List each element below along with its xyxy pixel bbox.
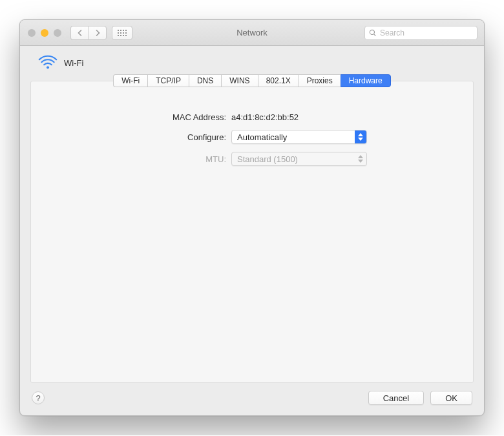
footer: ? Cancel OK (20, 391, 484, 415)
help-button[interactable]: ? (32, 391, 45, 404)
form-area: MAC Address: a4:d1:8c:d2:bb:52 Configure… (31, 112, 473, 166)
mac-address-value: a4:d1:8c:d2:bb:52 (231, 112, 380, 122)
tab-bar: Wi-Fi TCP/IP DNS WINS 802.1X Proxies Har… (20, 74, 484, 87)
cancel-button[interactable]: Cancel (368, 391, 424, 405)
mtu-select-value: Standard (1500) (232, 154, 355, 164)
chevron-left-icon (77, 30, 83, 36)
chevron-right-icon (95, 30, 101, 36)
mac-address-label: MAC Address: (31, 112, 226, 122)
show-all-button[interactable] (112, 26, 132, 40)
forward-button[interactable] (89, 26, 107, 40)
titlebar: Network (20, 20, 484, 46)
mac-address-row: MAC Address: a4:d1:8c:d2:bb:52 (31, 112, 473, 122)
tab-tcpip[interactable]: TCP/IP (147, 74, 189, 87)
hardware-panel: MAC Address: a4:d1:8c:d2:bb:52 Configure… (30, 81, 474, 383)
updown-arrows-icon (355, 152, 366, 165)
nav-buttons (70, 26, 107, 40)
grid-icon (118, 30, 127, 36)
traffic-lights (26, 29, 61, 37)
back-button[interactable] (70, 26, 89, 40)
configure-select-value: Automatically (232, 132, 355, 142)
mtu-label: MTU: (31, 154, 226, 164)
connection-name: Wi-Fi (64, 58, 83, 68)
configure-select[interactable]: Automatically (231, 130, 367, 144)
tab-wifi[interactable]: Wi-Fi (113, 74, 147, 87)
minimize-window-button[interactable] (41, 29, 48, 37)
search-input[interactable] (380, 28, 473, 37)
tab-proxies[interactable]: Proxies (299, 74, 341, 87)
configure-label: Configure: (31, 132, 226, 142)
tab-wins[interactable]: WINS (221, 74, 257, 87)
wifi-icon (38, 55, 58, 70)
search-icon (369, 29, 377, 37)
zoom-window-button[interactable] (54, 29, 61, 37)
ok-button[interactable]: OK (430, 391, 472, 405)
content-area: Wi-Fi Wi-Fi TCP/IP DNS WINS 802.1X Proxi… (20, 46, 484, 415)
updown-arrows-icon (355, 130, 366, 143)
mtu-row: MTU: Standard (1500) (31, 152, 473, 166)
configure-row: Configure: Automatically (31, 130, 473, 144)
tab-8021x[interactable]: 802.1X (258, 74, 299, 87)
tab-hardware[interactable]: Hardware (341, 74, 391, 87)
close-window-button[interactable] (28, 29, 36, 37)
connection-header: Wi-Fi (20, 46, 484, 73)
network-preferences-window: Network Wi-Fi Wi-Fi TCP/IP DNS WINS 802.… (19, 19, 485, 416)
mtu-select: Standard (1500) (231, 152, 367, 166)
search-field[interactable] (364, 26, 478, 40)
tab-dns[interactable]: DNS (189, 74, 221, 87)
